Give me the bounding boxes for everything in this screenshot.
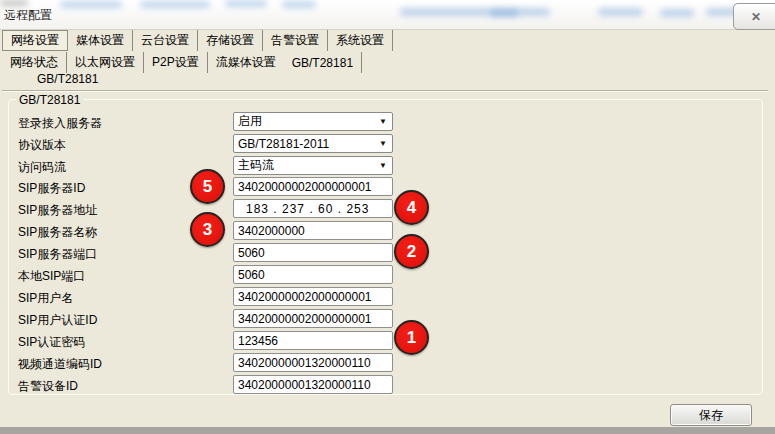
tab-ethernet-settings[interactable]: 以太网设置: [67, 52, 144, 73]
field-label-sip-user-auth-id: SIP用户认证ID: [18, 312, 97, 329]
form-row: SIP用户名: [0, 287, 775, 306]
tab-ptz-settings[interactable]: 云台设置: [133, 30, 198, 51]
blur-artifact: [140, 1, 210, 8]
blur-artifact: [0, 0, 28, 6]
form-row: SIP服务器端口: [0, 243, 775, 262]
tab-media-settings[interactable]: 媒体设置: [68, 30, 133, 51]
tab-alarm-settings[interactable]: 告警设置: [263, 30, 328, 51]
field-label-sip-server-id: SIP服务器ID: [18, 180, 85, 197]
field-label-access-stream: 访问码流: [18, 159, 66, 176]
main-tab-strip: 网络设置 媒体设置 云台设置 存储设置 告警设置 系统设置: [2, 30, 393, 51]
form-row: SIP用户认证ID: [0, 309, 775, 328]
blur-artifact: [598, 8, 643, 16]
field-label-sip-server-name: SIP服务器名称: [18, 224, 97, 241]
tab-network-status[interactable]: 网络状态: [2, 52, 67, 73]
sip-user-auth-id-input[interactable]: [233, 309, 393, 328]
network-sub-tab-strip: 网络状态 以太网设置 P2P设置 流媒体设置 GB/T28181: [2, 52, 362, 73]
blur-artifact: [660, 9, 694, 17]
sip-username-input[interactable]: [233, 287, 393, 306]
alarm-device-id-input[interactable]: [233, 375, 393, 394]
form-row: SIP服务器地址: [0, 199, 775, 218]
sip-server-address-input[interactable]: [233, 199, 393, 218]
tab-streaming-settings[interactable]: 流媒体设置: [208, 52, 284, 73]
chevron-down-icon: ▼: [379, 140, 387, 148]
form-row: 协议版本 GB/T28181-2011 ▼: [0, 134, 775, 153]
page-title: GB/T28181: [37, 72, 98, 86]
annotation-badge-4: 4: [394, 190, 429, 225]
annotation-badge-1: 1: [394, 320, 429, 355]
chevron-down-icon: ▼: [379, 162, 387, 170]
field-label-alarm-device-id: 告警设备ID: [18, 378, 78, 395]
form-row: SIP服务器名称: [0, 221, 775, 240]
close-button[interactable]: ✕: [733, 3, 775, 30]
tab-system-settings[interactable]: 系统设置: [328, 30, 393, 51]
field-label-sip-username: SIP用户名: [18, 290, 73, 307]
form-row: 本地SIP端口: [0, 265, 775, 284]
blur-artifact: [60, 1, 122, 8]
field-label-local-sip-port: 本地SIP端口: [18, 268, 85, 285]
blur-artifact: [225, 0, 267, 7]
blur-artifact: [400, 8, 550, 16]
field-label-sip-auth-password: SIP认证密码: [18, 334, 85, 351]
save-button[interactable]: 保存: [670, 404, 752, 426]
remote-config-dialog: 远程配置 ✕ 网络设置 媒体设置 云台设置 存储设置 告警设置 系统设置 网络状…: [0, 0, 775, 427]
annotation-badge-5: 5: [190, 169, 225, 204]
form-row: 访问码流 主码流 ▼: [0, 156, 775, 175]
annotation-badge-3: 3: [190, 212, 225, 247]
protocol-version-select[interactable]: GB/T28181-2011 ▼: [233, 134, 393, 153]
blur-artifact: [490, 9, 518, 17]
field-label-sip-server-port: SIP服务器端口: [18, 246, 97, 263]
close-icon: ✕: [751, 10, 761, 24]
chevron-down-icon: ▼: [379, 118, 387, 126]
local-sip-port-input[interactable]: [233, 265, 393, 284]
tab-gbt28181[interactable]: GB/T28181: [284, 52, 362, 73]
sip-server-id-input[interactable]: [233, 177, 393, 196]
tab-network-settings[interactable]: 网络设置: [2, 30, 68, 51]
field-label-sip-server-address: SIP服务器地址: [18, 202, 97, 219]
sip-auth-password-input[interactable]: [233, 331, 393, 350]
login-access-server-select[interactable]: 启用 ▼: [233, 112, 393, 131]
form-row: 视频通道编码ID: [0, 353, 775, 372]
field-label-protocol-version: 协议版本: [18, 137, 66, 154]
form-row: 告警设备ID: [0, 375, 775, 394]
video-channel-id-input[interactable]: [233, 353, 393, 372]
blur-artifact: [282, 1, 316, 8]
titlebar: 远程配置 ✕: [0, 0, 775, 30]
tab-storage-settings[interactable]: 存储设置: [198, 30, 263, 51]
tab-p2p-settings[interactable]: P2P设置: [144, 52, 208, 73]
separator-line: [2, 90, 768, 92]
sip-server-port-input[interactable]: [233, 243, 393, 262]
form-row: SIP认证密码: [0, 331, 775, 350]
annotation-badge-2: 2: [394, 234, 429, 269]
access-stream-select[interactable]: 主码流 ▼: [233, 156, 393, 175]
sip-server-name-input[interactable]: [233, 221, 393, 240]
form-row: 登录接入服务器 启用 ▼: [0, 112, 775, 131]
field-label-video-channel-id: 视频通道编码ID: [18, 356, 102, 373]
groupbox-title: GB/T28181: [16, 93, 83, 107]
window-title: 远程配置: [4, 7, 52, 24]
field-label-login-access-server: 登录接入服务器: [18, 115, 102, 132]
form-row: SIP服务器ID: [0, 177, 775, 196]
